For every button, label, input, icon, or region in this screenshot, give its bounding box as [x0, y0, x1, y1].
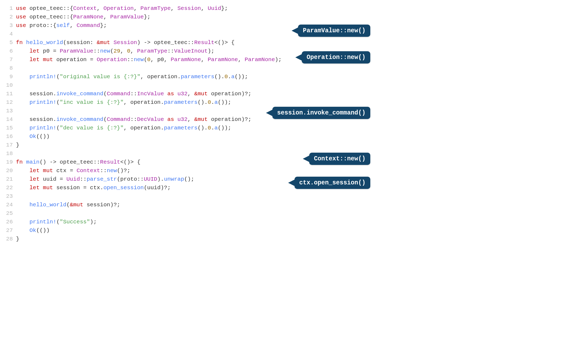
code-token: ()?;	[117, 168, 130, 174]
code-token: =	[66, 168, 77, 174]
code-token: UUID	[144, 176, 157, 182]
callout-arrow-icon	[292, 27, 299, 34]
code-token: (	[144, 57, 147, 63]
code-token: ParamNone	[208, 57, 238, 63]
line-number: 8	[0, 64, 16, 73]
callout-arrow-icon	[288, 179, 296, 187]
code-token: (())	[36, 227, 50, 234]
code-token: operation	[211, 116, 241, 122]
code-token: ,	[134, 5, 140, 11]
line-number: 5	[0, 38, 16, 47]
line-number: 13	[0, 107, 16, 115]
code-token: p0	[157, 57, 164, 63]
code-line: 2use optee_teec::{ParamNone, ParamValue}…	[0, 13, 374, 21]
code-line: 9 println!("original value is {:?}", ope…	[0, 73, 374, 81]
code-content: println!("original value is {:?}", opera…	[16, 73, 374, 81]
code-token	[174, 116, 177, 122]
code-token: &mut	[194, 116, 208, 122]
line-number: 12	[0, 98, 16, 107]
code-token: }	[16, 236, 19, 242]
code-token	[16, 176, 29, 182]
code-token: =	[80, 185, 90, 191]
code-token: ());	[235, 74, 248, 80]
callout-label: Context::new()	[314, 155, 365, 162]
code-content: session.invoke_command(Command::IncValue…	[16, 90, 374, 98]
code-token: operation	[130, 125, 161, 131]
code-token: session	[87, 202, 110, 208]
code-token: uuid	[43, 176, 56, 182]
code-token: () ->	[39, 159, 60, 165]
line-number: 11	[0, 90, 16, 98]
code-token: invoke_command	[56, 116, 103, 122]
annotation-callout: ParamValue::new()	[298, 25, 370, 37]
code-token: Context	[77, 168, 100, 174]
code-token: a	[214, 99, 218, 105]
code-token: ).	[157, 176, 164, 182]
code-token: session	[56, 185, 80, 191]
code-content: println!("Success");	[16, 218, 374, 226]
code-token: let	[29, 176, 39, 182]
code-token	[16, 185, 29, 191]
code-token: ,	[201, 5, 208, 11]
code-token: =	[87, 57, 97, 63]
code-token	[16, 57, 29, 63]
code-token: "original value is {:?}"	[60, 74, 140, 80]
code-token: };	[100, 22, 107, 29]
code-token: p0	[43, 48, 50, 54]
code-token: .	[100, 185, 104, 191]
code-token: println!	[29, 74, 56, 80]
code-line: 11 session.invoke_command(Command::IncVa…	[0, 90, 374, 98]
code-token: ParamValue	[110, 14, 144, 20]
code-token	[53, 57, 57, 63]
code-token: .	[177, 74, 181, 80]
code-token	[208, 91, 211, 97]
code-token: ,	[150, 57, 157, 63]
code-token	[16, 125, 29, 131]
code-token: ,	[124, 125, 130, 131]
code-token: .	[53, 91, 57, 97]
code-token	[39, 48, 43, 54]
code-token: new	[107, 168, 117, 174]
code-token: ::{	[63, 14, 73, 20]
code-token: unwrap	[164, 176, 184, 182]
code-token	[164, 116, 168, 122]
code-token: as	[167, 91, 174, 97]
code-token: IncValue	[137, 91, 164, 97]
code-token: new	[100, 48, 110, 54]
code-token	[39, 176, 43, 182]
code-token: 0	[224, 74, 228, 80]
code-token: ::	[167, 48, 174, 54]
code-token: ,	[130, 48, 137, 54]
code-token: .	[161, 99, 164, 105]
code-token: 0	[208, 99, 211, 105]
code-token: Ok	[29, 133, 36, 140]
code-token: }	[16, 142, 19, 148]
code-content: fn hello_world(session: &mut Session) ->…	[16, 38, 374, 47]
code-line: 26 println!("Success");	[0, 218, 374, 226]
code-token: ,	[140, 74, 147, 80]
code-token: session	[29, 116, 53, 122]
line-number: 18	[0, 149, 16, 158]
code-token	[16, 91, 29, 97]
line-number: 23	[0, 192, 16, 201]
code-token: (	[56, 125, 60, 131]
code-token: )?;	[110, 202, 120, 208]
line-number: 9	[0, 73, 16, 81]
code-token: Command	[107, 116, 130, 122]
code-token: );	[208, 48, 214, 54]
code-token	[16, 99, 29, 105]
code-token: "inc value is {:?}"	[60, 99, 124, 105]
code-token: ParamValue	[60, 48, 93, 54]
code-token: <()> {	[120, 159, 141, 165]
code-token: use	[16, 5, 29, 11]
line-number: 7	[0, 56, 16, 64]
callout-label: Operation::new()	[307, 54, 365, 61]
code-content: }	[16, 235, 374, 243]
code-token: parameters	[164, 125, 198, 131]
annotation-callout: session.invoke_command()	[272, 107, 370, 119]
code-token: .	[53, 116, 57, 122]
code-token: ParamType	[137, 48, 167, 54]
code-token: )?;	[161, 185, 171, 191]
line-number: 2	[0, 13, 16, 21]
line-number: 21	[0, 175, 16, 184]
